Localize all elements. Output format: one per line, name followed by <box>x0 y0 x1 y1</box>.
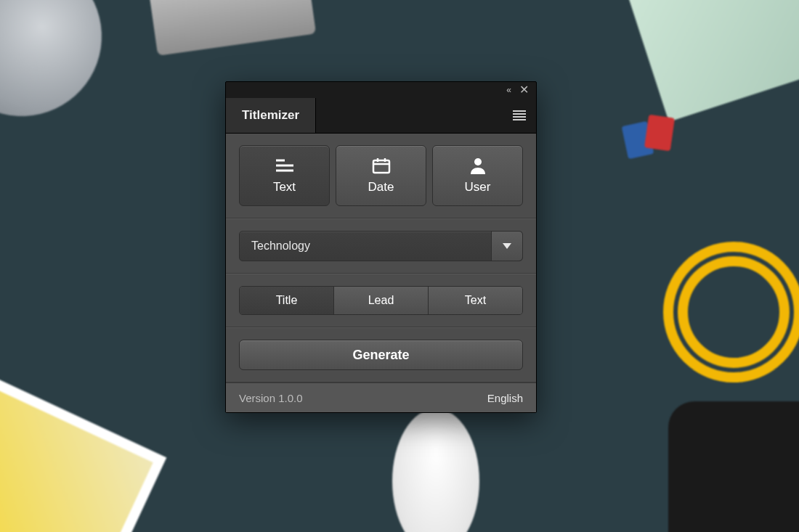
close-icon[interactable]: ✕ <box>519 84 529 96</box>
tab-date[interactable]: Date <box>336 145 426 206</box>
panel-body: Text Date User <box>226 134 536 412</box>
segment-lead[interactable]: Lead <box>334 287 429 314</box>
bg-prop <box>668 401 799 532</box>
tab-label: User <box>465 180 491 195</box>
tab-text[interactable]: Text <box>239 145 330 206</box>
bg-prop <box>639 218 799 406</box>
panel-tabbar: Titlemizer <box>226 98 536 134</box>
bg-prop <box>0 0 124 139</box>
calendar-icon <box>371 157 392 174</box>
bg-prop <box>620 0 799 122</box>
bg-prop <box>392 409 479 532</box>
generate-button[interactable]: Generate <box>239 340 523 370</box>
language-selector[interactable]: English <box>487 392 523 404</box>
tab-user[interactable]: User <box>432 145 523 206</box>
svg-rect-9 <box>373 160 389 173</box>
segment-title[interactable]: Title <box>240 287 334 314</box>
category-select[interactable]: Technology <box>239 231 523 261</box>
desktop-background: « ✕ Titlemizer Text <box>0 0 799 532</box>
app-title: Titlemizer <box>242 108 299 123</box>
app-title-tab[interactable]: Titlemizer <box>226 98 316 133</box>
svg-point-1 <box>683 261 784 363</box>
format-segmented: Title Lead Text <box>239 286 523 315</box>
category-section: Technology <box>226 218 536 274</box>
version-label: Version 1.0.0 <box>239 392 303 404</box>
text-lines-icon <box>275 157 295 174</box>
svg-marker-14 <box>503 243 511 249</box>
tab-label: Date <box>368 180 394 195</box>
action-section: Generate <box>226 327 536 382</box>
bg-prop <box>625 116 676 167</box>
bg-prop <box>149 0 316 56</box>
type-tabs-section: Text Date User <box>226 134 536 218</box>
segment-text[interactable]: Text <box>429 287 522 314</box>
chevron-down-icon <box>491 232 522 261</box>
format-section: Title Lead Text <box>226 274 536 327</box>
svg-point-13 <box>474 158 482 165</box>
panel-system-bar: « ✕ <box>226 82 536 98</box>
collapse-icon[interactable]: « <box>506 85 509 95</box>
tab-label: Text <box>273 180 296 195</box>
category-value: Technology <box>240 232 491 261</box>
plugin-panel: « ✕ Titlemizer Text <box>225 81 537 413</box>
user-icon <box>468 157 488 174</box>
panel-footer: Version 1.0.0 English <box>226 382 536 412</box>
flyout-menu-icon[interactable] <box>503 98 536 133</box>
bg-prop <box>0 366 166 532</box>
